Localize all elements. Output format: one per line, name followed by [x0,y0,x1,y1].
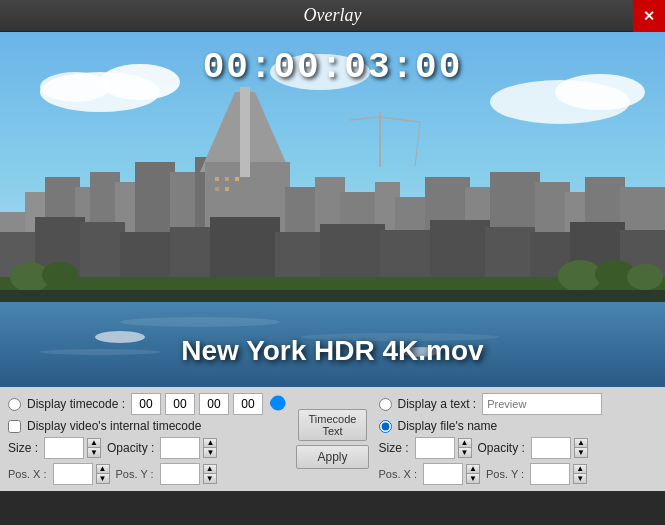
right-opacity-spinner: 50 ▲ ▼ [531,437,588,459]
timecode-inputs [131,393,263,415]
left-posx-input[interactable]: 645 [53,463,93,485]
left-opacity-label: Opacity : [107,441,154,455]
filename-display: New York HDR 4K.mov [181,335,483,367]
left-posx-buttons: ▲ ▼ [96,464,110,484]
display-text-label: Display a text : [398,397,477,411]
left-opacity-down[interactable]: ▼ [203,448,217,458]
left-posy-up[interactable]: ▲ [203,464,217,474]
right-size-label: Size : [379,441,409,455]
right-posy-label: Pos. Y : [486,468,524,480]
svg-rect-49 [215,177,219,181]
app-title: Overlay [304,5,362,26]
display-filename-row: Display file's name [379,419,658,433]
left-controls: Display timecode : Display video's [8,393,287,485]
right-size-up[interactable]: ▲ [458,438,472,448]
svg-rect-53 [225,187,229,191]
timecode-ff[interactable] [233,393,263,415]
left-size-input[interactable]: 100 [44,437,84,459]
display-internal-label: Display video's internal timecode [27,419,201,433]
timecode-row: Display timecode : [8,393,287,415]
right-size-row: Size : 90 ▲ ▼ Opacity : 50 ▲ ▼ [379,437,658,459]
right-posx-up[interactable]: ▲ [466,464,480,474]
left-posx-spinner: 645 ▲ ▼ [53,463,110,485]
timecode-slider[interactable] [269,395,286,411]
right-pos-row: Pos. X : 444 ▲ ▼ Pos. Y : 906 ▲ ▼ [379,463,658,485]
display-timecode-label: Display timecode : [27,397,125,411]
display-text-row: Display a text : [379,393,658,415]
title-bar: Overlay ✕ [0,0,665,32]
display-internal-checkbox[interactable] [8,420,21,433]
left-opacity-buttons: ▲ ▼ [203,438,217,458]
timecode-ss[interactable] [199,393,229,415]
controls-row-1: Display timecode : Display video's [8,393,657,485]
right-opacity-down[interactable]: ▼ [574,448,588,458]
left-posx-down[interactable]: ▼ [96,474,110,484]
left-size-label: Size : [8,441,38,455]
right-opacity-input[interactable]: 50 [531,437,571,459]
right-posx-input[interactable]: 444 [423,463,463,485]
left-pos-row: Pos. X : 645 ▲ ▼ Pos. Y : 69 ▲ ▼ [8,463,287,485]
svg-point-3 [40,72,110,102]
right-size-down[interactable]: ▼ [458,448,472,458]
svg-rect-51 [235,177,239,181]
svg-rect-22 [240,87,250,177]
middle-controls: Timecode Text Apply [293,409,373,469]
timecode-slider-container [269,395,286,414]
timecode-text-button[interactable]: Timecode Text [298,409,368,441]
left-opacity-input[interactable]: 40 [160,437,200,459]
left-posx-label: Pos. X : [8,468,47,480]
svg-point-61 [627,264,663,290]
left-posy-input[interactable]: 69 [160,463,200,485]
svg-rect-50 [225,177,229,181]
right-size-spinner: 90 ▲ ▼ [415,437,472,459]
right-controls: Display a text : Display file's name Siz… [379,393,658,485]
timecode-display: 00:00:03:00 [203,47,463,88]
left-posy-label: Pos. Y : [116,468,154,480]
right-posx-label: Pos. X : [379,468,418,480]
display-filename-radio[interactable] [379,420,392,433]
right-posx-spinner: 444 ▲ ▼ [423,463,480,485]
right-posx-buttons: ▲ ▼ [466,464,480,484]
svg-point-8 [120,317,280,327]
right-posy-down[interactable]: ▼ [573,474,587,484]
svg-rect-62 [0,290,665,302]
left-posy-down[interactable]: ▼ [203,474,217,484]
right-posy-up[interactable]: ▲ [573,464,587,474]
right-posx-down[interactable]: ▼ [466,474,480,484]
display-text-radio[interactable] [379,398,392,411]
left-size-spinner: 100 ▲ ▼ [44,437,101,459]
right-size-input[interactable]: 90 [415,437,455,459]
left-size-row: Size : 100 ▲ ▼ Opacity : 40 ▲ ▼ [8,437,287,459]
internal-timecode-row: Display video's internal timecode [8,419,287,433]
left-size-buttons: ▲ ▼ [87,438,101,458]
right-posy-buttons: ▲ ▼ [573,464,587,484]
left-opacity-up[interactable]: ▲ [203,438,217,448]
video-preview: 00:00:03:00 New York HDR 4K.mov [0,32,665,387]
display-filename-label: Display file's name [398,419,498,433]
left-posy-buttons: ▲ ▼ [203,464,217,484]
svg-point-58 [42,262,78,288]
left-size-down[interactable]: ▼ [87,448,101,458]
timecode-mm[interactable] [165,393,195,415]
right-posy-input[interactable]: 906 [530,463,570,485]
controls-panel: Display timecode : Display video's [0,387,665,491]
timecode-hh[interactable] [131,393,161,415]
svg-point-6 [555,74,645,110]
close-button[interactable]: ✕ [633,0,665,32]
left-posx-up[interactable]: ▲ [96,464,110,474]
left-opacity-spinner: 40 ▲ ▼ [160,437,217,459]
svg-rect-52 [215,187,219,191]
svg-point-10 [40,349,160,355]
display-timecode-radio[interactable] [8,398,21,411]
left-posy-spinner: 69 ▲ ▼ [160,463,217,485]
right-opacity-buttons: ▲ ▼ [574,438,588,458]
preview-text-input[interactable] [482,393,602,415]
left-size-up[interactable]: ▲ [87,438,101,448]
svg-point-54 [95,331,145,343]
right-opacity-label: Opacity : [478,441,525,455]
svg-point-2 [100,64,180,100]
apply-button[interactable]: Apply [296,445,368,469]
right-size-buttons: ▲ ▼ [458,438,472,458]
right-posy-spinner: 906 ▲ ▼ [530,463,587,485]
right-opacity-up[interactable]: ▲ [574,438,588,448]
